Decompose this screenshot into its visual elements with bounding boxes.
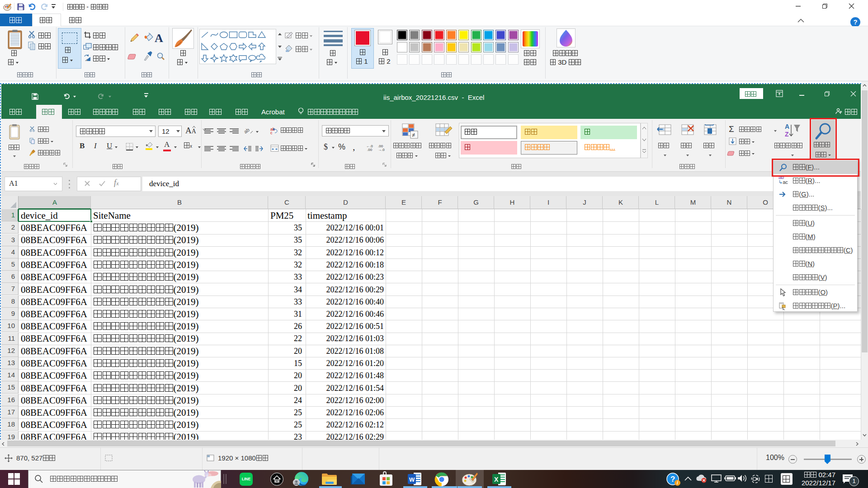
svg-text:.00: .00 <box>367 148 373 152</box>
svg-text:c: c <box>270 131 273 135</box>
svg-text:X: X <box>494 476 499 483</box>
svg-text:→.0: →.0 <box>378 148 385 152</box>
svg-text:W: W <box>409 476 415 483</box>
svg-text:A: A <box>785 123 789 130</box>
svg-text:Z: Z <box>785 131 789 138</box>
svg-text:ab: ab <box>243 127 250 135</box>
svg-text:≠: ≠ <box>412 131 415 138</box>
